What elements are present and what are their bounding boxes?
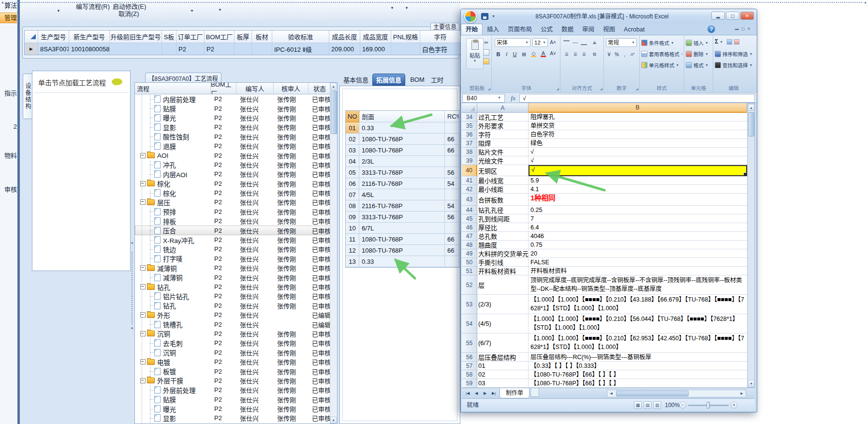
splitter-grip[interactable]: [132, 252, 132, 324]
cell-b55[interactable]: 【1.000】【1.000】【■■■■】【0.210】【62.953】【42.4…: [529, 333, 747, 353]
comma-style-icon[interactable]: ,: [620, 50, 629, 59]
flow-row[interactable]: 内层前处理P2张仕兴张传刚已审核: [135, 94, 330, 104]
sidebar-item-5[interactable]: 审核: [0, 185, 17, 195]
flow-node-label[interactable]: 显影: [163, 413, 176, 423]
tab-拓展信息[interactable]: 拓展信息: [372, 74, 405, 86]
flow-row[interactable]: 冲孔P2张仕兴张传刚已审核: [135, 160, 330, 169]
prev-sheet-icon[interactable]: ◀: [472, 390, 480, 397]
main-info-header-8[interactable]: 板材: [252, 30, 272, 43]
flow-node-label[interactable]: 冲孔: [163, 160, 176, 169]
flow-row[interactable]: 沉铜P2张仕兴张传刚已审核: [135, 348, 330, 357]
flow-row[interactable]: 曝光P2张仕兴张传刚已审核: [135, 404, 330, 413]
cell-b56[interactable]: 层压叠层结构---RC(%)---铜箔类型---基铜板厚: [529, 353, 747, 362]
ribbon-tab-公式[interactable]: 公式: [536, 24, 557, 35]
excel-row[interactable]: 53(2/3)【1.000】【1.000】【■■■■】【0.210】【43.18…: [462, 295, 747, 314]
excel-row[interactable]: 37阻焊绿色: [462, 139, 747, 148]
section-cell-rc[interactable]: [445, 156, 459, 167]
flow-header-3[interactable]: 核审人: [274, 83, 309, 94]
font-name-combo[interactable]: 宋体▼: [495, 38, 530, 47]
flow-node-label[interactable]: 压合: [163, 226, 176, 235]
cell-a50[interactable]: 手撕引线: [477, 258, 529, 267]
dropdown-arrow-icon[interactable]: ▼: [405, 6, 409, 10]
row-header-45[interactable]: 45: [462, 214, 477, 223]
paste-button[interactable]: 粘贴 ▼: [466, 38, 484, 69]
main-info-header-7[interactable]: 板厚: [235, 30, 252, 43]
cell-b36[interactable]: 白色字符: [529, 130, 747, 139]
close-icon[interactable]: ✕: [740, 12, 754, 20]
cell-a53[interactable]: (2/3): [477, 295, 529, 314]
section-header-1[interactable]: 剖面: [359, 111, 445, 122]
section-cell-rc[interactable]: [445, 122, 459, 134]
flow-node-label[interactable]: 棕化: [163, 188, 176, 197]
row-header-43[interactable]: 43: [462, 194, 477, 206]
cell-a49[interactable]: 大料拼的交货单元数: [477, 249, 529, 258]
flow-node-label[interactable]: 铣槽孔: [163, 319, 183, 329]
row-header-37[interactable]: 37: [462, 139, 477, 148]
section-cell-rc[interactable]: 66: [445, 234, 459, 245]
section-cell-no[interactable]: 01: [346, 122, 359, 134]
main-info-value-5[interactable]: P2: [177, 43, 205, 55]
section-cell-rc[interactable]: 54: [445, 178, 459, 189]
row-header-46[interactable]: 46: [462, 223, 477, 232]
section-row[interactable]: 130.33: [346, 256, 460, 267]
row-header-54[interactable]: 54: [462, 314, 477, 333]
font-color-icon[interactable]: A: [539, 50, 547, 59]
horizontal-scrollbar[interactable]: ◀ ▶: [607, 390, 746, 397]
flow-row[interactable]: 外层前处理P2张仕兴张传刚已审核: [135, 385, 330, 394]
cell-b49[interactable]: 20: [529, 249, 747, 258]
cell-a35[interactable]: 外形要求: [477, 121, 529, 130]
align-middle-icon[interactable]: ──: [571, 39, 579, 47]
styles-button-1[interactable]: 套用表格格式▼: [641, 49, 682, 59]
flow-row[interactable]: 钻孔P2张仕兴张传刚已审核: [135, 282, 330, 291]
cell-b44[interactable]: 0.25: [529, 206, 747, 214]
tree-collapse-icon[interactable]: [140, 312, 146, 318]
tree-collapse-icon[interactable]: [140, 378, 146, 383]
cell-a46[interactable]: 厚径比: [477, 223, 529, 232]
main-info-header-1[interactable]: 生产型号: [38, 30, 69, 43]
section-cell-rc[interactable]: 56: [445, 167, 459, 178]
cell-a41[interactable]: 最小线宽: [477, 176, 529, 185]
main-info-header-13[interactable]: 字符: [420, 30, 461, 43]
flow-node-label[interactable]: 显影: [163, 122, 176, 132]
cell-a45[interactable]: 孔到线间距: [477, 214, 529, 223]
cut-icon[interactable]: ✂: [482, 39, 490, 47]
flow-row[interactable]: 棕化P2张仕兴张传刚已审核: [135, 188, 330, 197]
menu-item-2[interactable]: 取消(Z): [117, 8, 141, 18]
section-row[interactable]: 021080-TU-768P66: [346, 134, 460, 145]
excel-row[interactable]: 5802【1080-TU-768P】【66】【 】【 】: [462, 370, 747, 379]
excel-row[interactable]: 52层顶铜完成厚度--底铜完成厚度--含铜板厚--不含铜厚--顶残铜率--底残铜…: [462, 275, 747, 295]
row-header-34[interactable]: 34: [462, 113, 477, 121]
cell-b51[interactable]: 开料板材资料: [529, 267, 747, 275]
flow-scrollbar[interactable]: ▲ ▼: [330, 83, 337, 424]
percent-icon[interactable]: %: [613, 50, 621, 59]
flow-node-label[interactable]: 内层前处理: [163, 94, 196, 104]
tree-collapse-icon[interactable]: [140, 265, 146, 271]
cell-a40[interactable]: 无铜区: [477, 165, 529, 176]
cell-a51[interactable]: 开料板材资料: [477, 267, 529, 275]
row-header-59[interactable]: 59: [462, 379, 477, 388]
row-header-47[interactable]: 47: [462, 232, 477, 241]
excel-row[interactable]: 43合拼板数1种相同: [462, 194, 747, 206]
row-header-57[interactable]: 57: [462, 362, 477, 370]
section-cell-no[interactable]: 07: [346, 189, 359, 200]
section-cell-no[interactable]: 10: [346, 223, 359, 234]
sheet-tab[interactable]: 制作单: [500, 388, 530, 398]
section-cell-no[interactable]: 11: [346, 234, 359, 245]
ribbon-tab-数据[interactable]: 数据: [557, 24, 578, 35]
excel-row[interactable]: 39光绘文件√: [462, 156, 747, 165]
row-header-38[interactable]: 38: [462, 148, 477, 156]
main-info-value-3[interactable]: [110, 43, 162, 55]
main-info-value-13[interactable]: 白色字符: [420, 43, 461, 55]
excel-row[interactable]: 38贴片文件√: [462, 148, 747, 156]
cell-b54[interactable]: 【1.000】【1.000】【■■■■】【0.210】【56.044】【TU-7…: [529, 314, 747, 333]
flow-node-label[interactable]: 内层AOI: [163, 169, 187, 179]
section-cell-rc[interactable]: 66: [445, 245, 459, 256]
section-cell-no[interactable]: 09: [346, 212, 359, 223]
row-header-56[interactable]: 56: [462, 353, 477, 362]
cell-b57[interactable]: 【0.33】【 】【 】【0.333】: [529, 362, 747, 370]
flow-row[interactable]: 内层AOIP2张仕兴张传刚已审核: [135, 169, 330, 179]
section-cell-value[interactable]: 1080-TU-768P: [359, 245, 445, 256]
flow-node-label[interactable]: 沉铜: [163, 348, 176, 357]
section-cell-value[interactable]: 1080-TU-768P: [359, 134, 445, 145]
sidebar-item-3[interactable]: 2: [0, 122, 17, 132]
